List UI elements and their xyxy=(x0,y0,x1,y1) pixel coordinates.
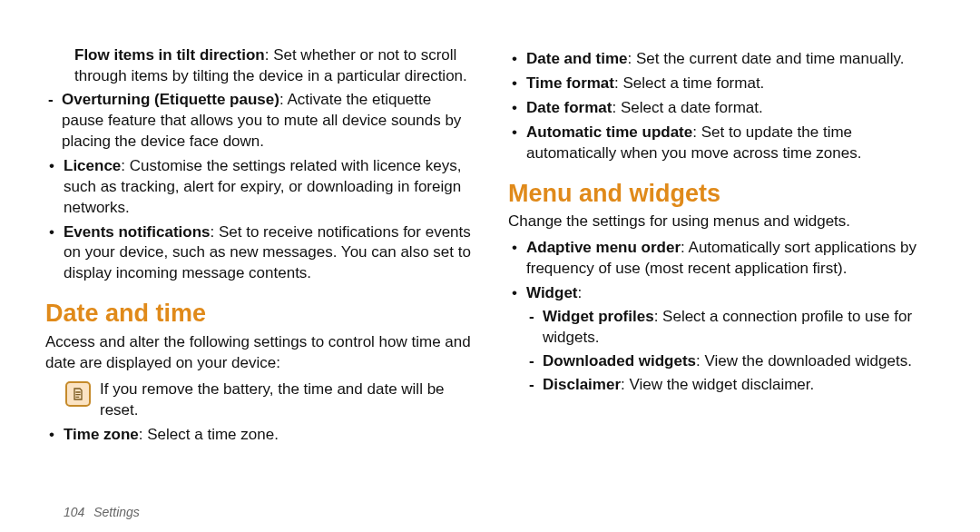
df-text: : Select a date format. xyxy=(612,99,762,116)
dash-list-left-1: Overturning (Etiquette pause): Activate … xyxy=(45,90,472,153)
amo-bold: Adaptive menu order xyxy=(526,239,681,256)
document-icon xyxy=(71,387,85,401)
dash-item-overturning: Overturning (Etiquette pause): Activate … xyxy=(45,90,472,153)
menu-intro: Change the settings for using menus and … xyxy=(508,212,935,232)
heading-menu-and-widgets: Menu and widgets xyxy=(508,177,935,210)
atu-bold: Automatic time update xyxy=(526,123,692,141)
note-icon xyxy=(65,381,91,407)
widget-colon: : xyxy=(578,284,583,301)
note-text: If you remove the battery, the time and … xyxy=(100,379,472,421)
bullet-item-time-format: Time format: Select a time format. xyxy=(508,74,935,94)
bullet-item-date-and-time: Date and time: Set the current date and … xyxy=(508,49,935,70)
bullet-item-date-format: Date format: Select a date format. xyxy=(508,98,935,119)
tf-bold: Time format xyxy=(526,74,614,92)
events-bold: Events notifications xyxy=(64,223,211,241)
bullet-item-events: Events notifications: Set to receive not… xyxy=(45,222,472,285)
bullet-list-right-1: Date and time: Set the current date and … xyxy=(508,49,935,164)
page: Flow items in tilt direction: Set whethe… xyxy=(0,0,980,508)
df-bold: Date format xyxy=(526,99,612,116)
flow-bold: Flow items in tilt direction xyxy=(74,46,265,64)
bullet-list-left-1: Licence: Customise the settings related … xyxy=(45,156,472,285)
disc-bold: Disclaimer xyxy=(543,376,621,393)
note-box: If you remove the battery, the time and … xyxy=(65,379,472,421)
bullet-item-adaptive-menu-order: Adaptive menu order: Automatically sort … xyxy=(508,238,935,280)
dt-bold: Date and time xyxy=(526,50,627,67)
widget-bold: Widget xyxy=(526,284,578,301)
tf-text: : Select a time format. xyxy=(614,74,764,92)
licence-bold: Licence xyxy=(64,157,121,174)
right-column: Date and time: Set the current date and … xyxy=(490,45,953,508)
dash-item-widget-profiles: Widget profiles: Select a connection pro… xyxy=(526,307,935,349)
heading-date-and-time: Date and time xyxy=(45,297,472,330)
dt-text: : Set the current date and time manually… xyxy=(627,50,904,67)
licence-text: : Customise the settings related with li… xyxy=(64,157,461,216)
bullet-list-left-2: Time zone: Select a time zone. xyxy=(45,425,472,446)
bullet-item-widget: Widget: Widget profiles: Select a connec… xyxy=(508,283,935,396)
dash-item-disclaimer: Disclaimer: View the widget disclaimer. xyxy=(526,375,935,396)
left-column: Flow items in tilt direction: Set whethe… xyxy=(27,45,490,508)
page-number: 104 xyxy=(64,505,84,519)
bullet-list-right-2: Adaptive menu order: Automatically sort … xyxy=(508,238,935,396)
sub-item-flow: Flow items in tilt direction: Set whethe… xyxy=(45,45,472,87)
dw-text: : View the downloaded widgets. xyxy=(696,352,912,369)
disc-text: : View the widget disclaimer. xyxy=(621,376,814,393)
bullet-item-timezone: Time zone: Select a time zone. xyxy=(45,425,472,446)
overturning-bold: Overturning (Etiquette pause) xyxy=(62,91,279,108)
dw-bold: Downloaded widgets xyxy=(543,352,696,369)
dash-item-downloaded-widgets: Downloaded widgets: View the downloaded … xyxy=(526,351,935,372)
footer-section: Settings xyxy=(93,505,140,519)
timezone-text: : Select a time zone. xyxy=(139,426,279,443)
bullet-item-licence: Licence: Customise the settings related … xyxy=(45,156,472,219)
page-footer: 104 Settings xyxy=(64,505,140,519)
bullet-item-automatic-time-update: Automatic time update: Set to update the… xyxy=(508,123,935,164)
dash-list-widget: Widget profiles: Select a connection pro… xyxy=(526,307,935,396)
wp-bold: Widget profiles xyxy=(543,308,654,325)
timezone-bold: Time zone xyxy=(64,426,139,443)
datetime-intro: Access and alter the following settings … xyxy=(45,332,472,374)
